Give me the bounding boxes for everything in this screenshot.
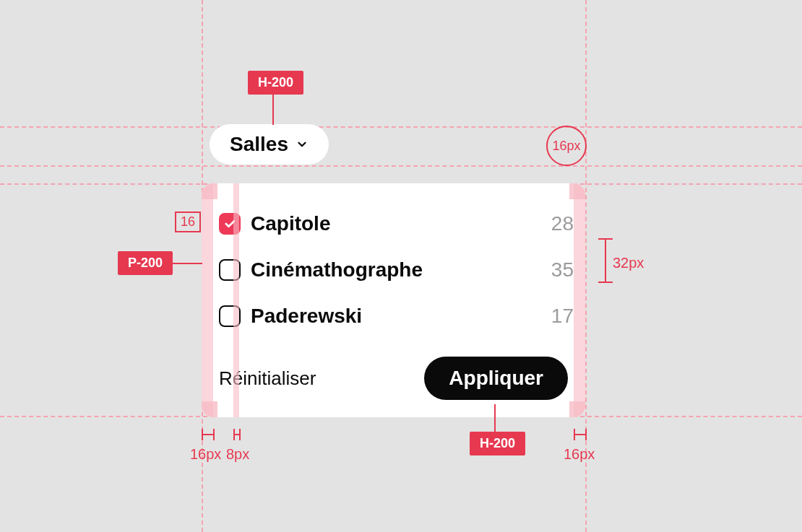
apply-button[interactable]: Appliquer <box>424 357 568 400</box>
spec-tag-h200: H-200 <box>470 432 525 455</box>
spec-radius-badge: 16px <box>546 126 587 166</box>
option-label: Capitole <box>251 212 551 235</box>
spec-tick <box>213 429 215 440</box>
corner-radius-overlay <box>202 183 217 199</box>
option-label: Paderewski <box>251 305 551 328</box>
option-row[interactable]: Cinémathographe 35 <box>213 247 574 293</box>
spec-connector <box>272 95 274 125</box>
spec-measure-8px: 8px <box>226 446 249 463</box>
padding-overlay-right <box>574 183 585 417</box>
dropdown-label: Salles <box>230 133 288 156</box>
spec-tick <box>605 238 606 282</box>
corner-radius-overlay <box>569 401 585 417</box>
option-row[interactable]: Paderewski 17 <box>213 293 574 339</box>
spec-tick <box>574 434 585 435</box>
chevron-down-icon <box>296 138 309 151</box>
spec-tag-h200: H-200 <box>248 71 303 95</box>
spec-tick <box>239 429 241 440</box>
spec-tick <box>598 282 613 283</box>
option-count: 17 <box>551 305 574 328</box>
option-count: 28 <box>551 212 574 235</box>
spec-box-16: 16 <box>175 212 201 232</box>
option-count: 35 <box>551 258 574 282</box>
filter-panel: Capitole 28 Cinémathographe 35 Paderewsk… <box>202 183 585 417</box>
guide-horizontal <box>0 126 802 128</box>
salles-dropdown[interactable]: Salles <box>210 124 329 165</box>
option-row[interactable]: Capitole 28 <box>213 201 574 247</box>
spec-tick <box>202 434 213 435</box>
spec-tick <box>585 429 587 440</box>
corner-radius-overlay <box>569 183 585 199</box>
spec-connector <box>172 263 202 264</box>
spec-tag-p200: P-200 <box>118 251 173 275</box>
panel-actions: Réinitialiser Appliquer <box>213 339 574 400</box>
padding-overlay-left-inner <box>233 183 239 417</box>
options-list: Capitole 28 Cinémathographe 35 Paderewsk… <box>213 201 574 339</box>
spec-connector <box>494 404 496 432</box>
spec-measure-16px: 16px <box>564 446 595 463</box>
spec-tick <box>233 434 239 435</box>
option-label: Cinémathographe <box>251 258 551 282</box>
corner-radius-overlay <box>202 401 217 417</box>
spec-measure-32px: 32px <box>613 255 644 271</box>
guide-horizontal <box>0 165 802 167</box>
padding-overlay-left <box>202 183 213 417</box>
spec-measure-16px: 16px <box>190 446 221 463</box>
